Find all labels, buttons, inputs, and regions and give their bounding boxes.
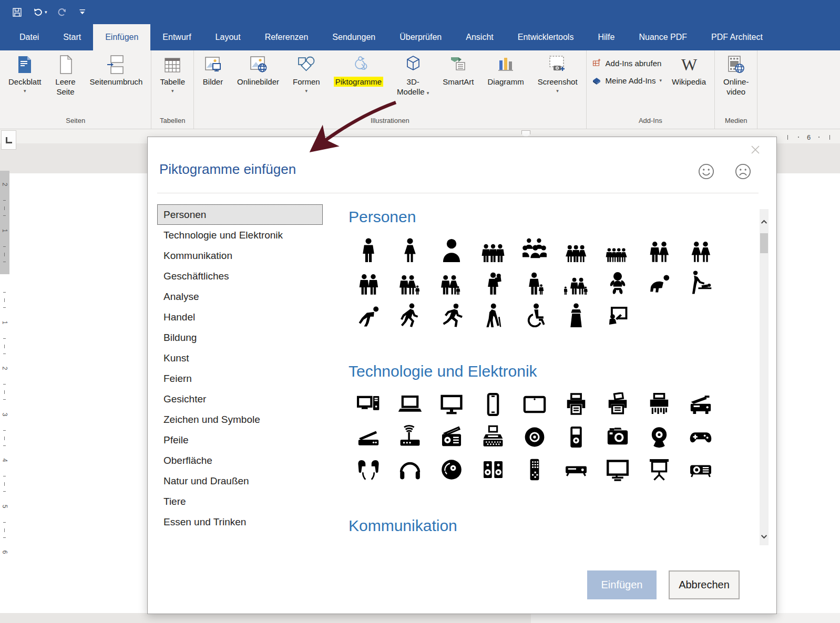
category-item-technologie-und-elektronik[interactable]: Technologie und Elektronik <box>157 225 323 245</box>
tab-layout[interactable]: Layout <box>203 24 253 50</box>
ribbon-button-smartart[interactable]: SmartArt <box>436 50 480 117</box>
tab-berpr-fen[interactable]: Überprüfen <box>387 24 454 50</box>
tab-pdf-architect[interactable]: PDF Architect <box>699 24 775 50</box>
icon-projection-screen[interactable] <box>638 453 680 486</box>
icon-parent-carrying-baby[interactable] <box>472 266 514 299</box>
icon-game-controller[interactable] <box>680 421 721 453</box>
category-item-personen[interactable]: Personen <box>157 204 323 225</box>
insert-button[interactable]: Einfügen <box>587 570 657 599</box>
icon-couple[interactable] <box>638 234 680 266</box>
icon-presenter-whiteboard[interactable] <box>597 299 638 331</box>
icon-projector[interactable] <box>680 453 721 486</box>
ribbon-button-piktogramme[interactable]: Piktogramme <box>327 50 390 117</box>
category-item-bildung[interactable]: Bildung <box>157 327 323 348</box>
undo-icon[interactable]: ▾ <box>32 7 47 18</box>
icon-shredder[interactable] <box>638 388 680 421</box>
icon-scanner[interactable] <box>347 421 389 453</box>
close-icon[interactable] <box>749 144 762 157</box>
icon-group-three-men[interactable] <box>472 234 514 266</box>
feedback-sad-icon[interactable] <box>734 163 752 180</box>
tab-start[interactable]: Start <box>51 24 93 50</box>
icon-camera[interactable] <box>597 421 638 453</box>
ribbon-button-meine-add-ins[interactable]: Meine Add-Ins▾ <box>591 75 662 86</box>
icon-family-holding-child[interactable] <box>431 266 472 299</box>
ribbon-button-seitenumbruch[interactable]: Seitenumbruch <box>83 50 150 117</box>
icon-cd[interactable] <box>514 421 555 453</box>
icon-family-two-children[interactable] <box>555 266 597 299</box>
icon-speakers[interactable] <box>472 453 514 486</box>
category-item-handel[interactable]: Handel <box>157 307 323 327</box>
icon-television[interactable] <box>597 453 638 486</box>
category-item-zeichen-und-symbole[interactable]: Zeichen und Symbole <box>157 409 323 430</box>
ribbon-button-tabelle[interactable]: Tabelle▾ <box>153 50 192 117</box>
scrollbar-thumb[interactable] <box>760 233 768 253</box>
tab-selector-button[interactable] <box>1 130 16 150</box>
icon-group-four-people[interactable] <box>597 234 638 266</box>
icon-printer[interactable] <box>555 388 597 421</box>
tab-hilfe[interactable]: Hilfe <box>586 24 627 50</box>
scroll-down-icon[interactable] <box>760 532 769 541</box>
icon-typewriter[interactable] <box>472 421 514 453</box>
feedback-happy-icon[interactable] <box>698 163 715 180</box>
tab-entwurf[interactable]: Entwurf <box>150 24 203 50</box>
icon-tablet[interactable] <box>514 388 555 421</box>
category-item-essen-und-trinken[interactable]: Essen und Trinken <box>157 512 323 532</box>
icon-radio[interactable] <box>431 421 472 453</box>
category-item-gesichter[interactable]: Gesichter <box>157 389 323 409</box>
ribbon-button-deckblatt[interactable]: Deckblatt▾ <box>2 50 48 117</box>
icon-family-with-child[interactable] <box>389 266 431 299</box>
icon-wifi-router[interactable] <box>389 421 431 453</box>
category-item-oberfl-che[interactable]: Oberfläche <box>157 450 323 471</box>
icon-couple-men[interactable] <box>347 266 389 299</box>
icon-person-bust[interactable] <box>431 234 472 266</box>
ribbon-button-onlinebilder[interactable]: Onlinebilder <box>230 50 286 117</box>
icon-people-crowd[interactable] <box>514 234 555 266</box>
ribbon-button-bilder[interactable]: Bilder <box>196 50 230 117</box>
icon-fax-machine[interactable] <box>597 388 638 421</box>
icon-person-crouching[interactable] <box>347 299 389 331</box>
tab-entwicklertools[interactable]: Entwicklertools <box>506 24 586 50</box>
tab-ansicht[interactable]: Ansicht <box>454 24 505 50</box>
tab-sendungen[interactable]: Sendungen <box>320 24 387 50</box>
tab-referenzen[interactable]: Referenzen <box>253 24 321 50</box>
icon-baby-crawling[interactable] <box>638 266 680 299</box>
icon-remote-control[interactable] <box>514 453 555 486</box>
category-item-natur-und-drau-en[interactable]: Natur und Draußen <box>157 471 323 491</box>
ribbon-button-3d-modelle[interactable]: 3D-Modelle ▾ <box>390 50 436 117</box>
tab-nuance-pdf[interactable]: Nuance PDF <box>627 24 699 50</box>
icon-baby-changing-table[interactable] <box>680 266 721 299</box>
ribbon-button-formen[interactable]: Formen▾ <box>286 50 327 117</box>
icon-earbuds[interactable] <box>347 453 389 486</box>
category-item-pfeile[interactable]: Pfeile <box>157 430 323 450</box>
category-item-feiern[interactable]: Feiern <box>157 368 323 389</box>
category-item-kommunikation[interactable]: Kommunikation <box>157 245 323 266</box>
icon-parent-with-child[interactable] <box>514 266 555 299</box>
icon-webcam[interactable] <box>638 421 680 453</box>
category-item-tiere[interactable]: Tiere <box>157 491 323 512</box>
category-item-gesch-ftliches[interactable]: Geschäftliches <box>157 266 323 286</box>
icon-monitor[interactable] <box>431 388 472 421</box>
icon-couple-women[interactable] <box>680 234 721 266</box>
save-icon[interactable] <box>12 7 23 18</box>
icon-dvd-player[interactable] <box>555 453 597 486</box>
redo-icon[interactable] <box>57 7 68 18</box>
icon-wheelchair-user[interactable] <box>514 299 555 331</box>
icon-desktop-computer[interactable] <box>347 388 389 421</box>
icon-person-walking[interactable] <box>389 299 431 331</box>
tab-einf-gen[interactable]: Einfügen <box>93 24 150 50</box>
icon-elderly-with-cane[interactable] <box>472 299 514 331</box>
ribbon-button-wikipedia[interactable]: WWikipedia <box>665 50 713 117</box>
ribbon-button-add-ins-abrufen[interactable]: Add-Ins abrufen <box>591 58 662 68</box>
icon-portable-media-player[interactable] <box>555 421 597 453</box>
customize-toolbar-icon[interactable] <box>77 7 88 18</box>
icon-baby[interactable] <box>597 266 638 299</box>
icon-speaker-at-podium[interactable] <box>555 299 597 331</box>
ribbon-button-diagramm[interactable]: Diagramm <box>481 50 531 117</box>
dialog-scrollbar[interactable] <box>760 209 769 545</box>
icon-laptop[interactable] <box>389 388 431 421</box>
ribbon-button-leere-seite[interactable]: LeereSeite <box>48 50 83 117</box>
icon-woman[interactable] <box>389 234 431 266</box>
ribbon-button-screenshot[interactable]: Screenshot▾ <box>531 50 585 117</box>
icon-man[interactable] <box>347 234 389 266</box>
ribbon-button-online-video[interactable]: Online-video <box>716 50 755 117</box>
